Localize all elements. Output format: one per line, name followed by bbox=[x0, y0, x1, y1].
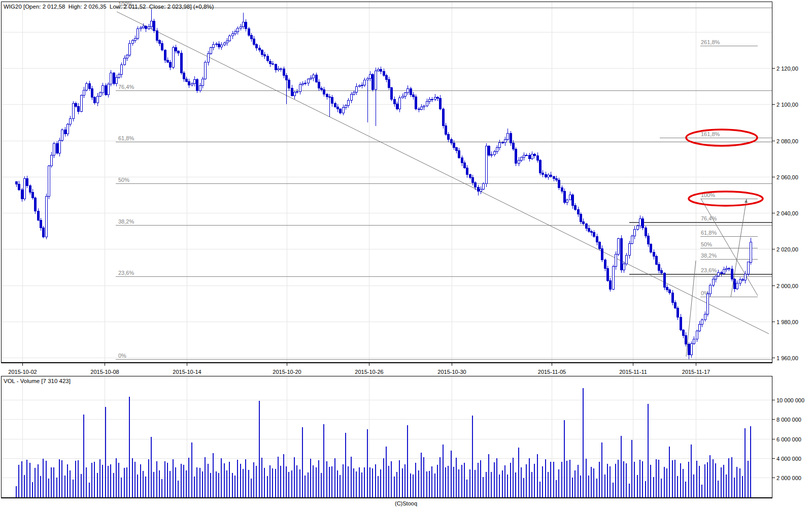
fib-retracement-label: 50% bbox=[118, 177, 129, 183]
candle bbox=[156, 28, 158, 43]
volume-bar bbox=[545, 459, 546, 497]
volume-bar bbox=[561, 462, 562, 497]
fib-retracement-lines: 100%76,4%61,8%50%38,2%23,6%0% bbox=[116, 1, 772, 360]
candle bbox=[734, 278, 736, 292]
candle bbox=[515, 147, 517, 166]
candle bbox=[545, 172, 547, 178]
volume-bar bbox=[491, 472, 492, 497]
candle bbox=[43, 226, 45, 239]
candle bbox=[99, 91, 101, 97]
volume-bar bbox=[674, 460, 675, 498]
volume-bar bbox=[691, 444, 692, 497]
volume-bar bbox=[196, 467, 197, 497]
volume-bar bbox=[316, 467, 317, 497]
candle bbox=[313, 73, 315, 81]
candle bbox=[421, 104, 423, 110]
candle bbox=[550, 172, 552, 178]
candle bbox=[404, 92, 407, 99]
volume-bar bbox=[515, 472, 516, 497]
volume-bar bbox=[650, 465, 651, 497]
volume-bar bbox=[275, 469, 276, 497]
candle bbox=[94, 96, 96, 105]
candle bbox=[304, 80, 307, 86]
volume-bar bbox=[48, 479, 49, 497]
volume-bar bbox=[73, 480, 74, 497]
candle bbox=[410, 87, 412, 97]
volume-bar bbox=[713, 459, 714, 498]
volume-bar bbox=[191, 442, 192, 497]
candle bbox=[537, 152, 539, 163]
candle bbox=[480, 186, 482, 194]
candle bbox=[302, 81, 304, 86]
volume-bar bbox=[178, 481, 179, 498]
volume-bar bbox=[61, 460, 62, 497]
volume-bar bbox=[534, 464, 535, 497]
stock-chart-page: 100%76,4%61,8%50%38,2%23,6%0%261,8%161,8… bbox=[0, 0, 812, 508]
volume-bar bbox=[167, 463, 168, 497]
downtrend-main bbox=[117, 12, 769, 334]
candle bbox=[556, 176, 558, 182]
candle bbox=[134, 36, 137, 43]
volume-bar bbox=[656, 459, 657, 497]
price-panel-border bbox=[2, 2, 772, 363]
volume-bar bbox=[199, 468, 200, 497]
candle bbox=[56, 141, 58, 154]
volume-bar bbox=[510, 463, 511, 497]
volume-bar bbox=[664, 467, 665, 497]
volume-bar bbox=[453, 467, 454, 497]
candle bbox=[701, 319, 703, 328]
volume-bar bbox=[318, 460, 319, 497]
candle bbox=[583, 218, 585, 226]
volume-bar bbox=[637, 475, 638, 497]
volume-bar bbox=[431, 466, 432, 497]
candle bbox=[326, 93, 328, 99]
volume-bar bbox=[734, 478, 735, 498]
candle bbox=[288, 78, 290, 91]
volume-bar bbox=[621, 436, 622, 497]
candle bbox=[210, 47, 212, 55]
volume-bar bbox=[456, 458, 457, 497]
candle bbox=[631, 235, 633, 244]
volume-bar bbox=[186, 470, 187, 497]
date-axis-label: 2015-10-08 bbox=[90, 369, 119, 375]
candle bbox=[431, 97, 433, 102]
candle bbox=[51, 152, 53, 168]
volume-bar bbox=[364, 467, 365, 497]
candle bbox=[731, 266, 733, 281]
candle bbox=[699, 321, 701, 332]
candle bbox=[46, 194, 48, 239]
volume-bars-layer bbox=[16, 388, 751, 497]
candle bbox=[413, 92, 415, 100]
candle bbox=[439, 95, 442, 110]
volume-bar bbox=[126, 467, 127, 497]
volume-bar bbox=[308, 472, 309, 497]
volume-bar bbox=[70, 470, 71, 497]
volume-bar bbox=[750, 426, 751, 497]
volume-bar bbox=[523, 478, 524, 498]
candle bbox=[742, 278, 744, 281]
volume-axis-label: 6 000 000 bbox=[776, 436, 801, 442]
volume-bar bbox=[496, 458, 497, 497]
volume-bar bbox=[448, 466, 449, 497]
volume-bar bbox=[251, 479, 252, 497]
candle bbox=[188, 79, 190, 88]
candle bbox=[32, 189, 34, 200]
candle bbox=[596, 234, 598, 245]
candle bbox=[531, 151, 533, 161]
volume-bar bbox=[232, 473, 233, 497]
volume-bar bbox=[610, 466, 611, 497]
volume-bar bbox=[261, 458, 262, 497]
candle bbox=[491, 151, 493, 157]
volume-bar bbox=[731, 457, 732, 497]
volume-bar bbox=[404, 464, 405, 497]
volume-bar bbox=[40, 476, 41, 498]
candle bbox=[343, 105, 345, 116]
candle bbox=[264, 52, 266, 58]
volume-bar bbox=[723, 465, 724, 497]
fib-extension-label: 261,8% bbox=[701, 39, 720, 45]
volume-bar bbox=[558, 469, 559, 497]
volume-bar bbox=[294, 457, 295, 497]
candle bbox=[275, 64, 277, 73]
volume-bar bbox=[451, 451, 452, 497]
volume-bar bbox=[156, 461, 157, 497]
